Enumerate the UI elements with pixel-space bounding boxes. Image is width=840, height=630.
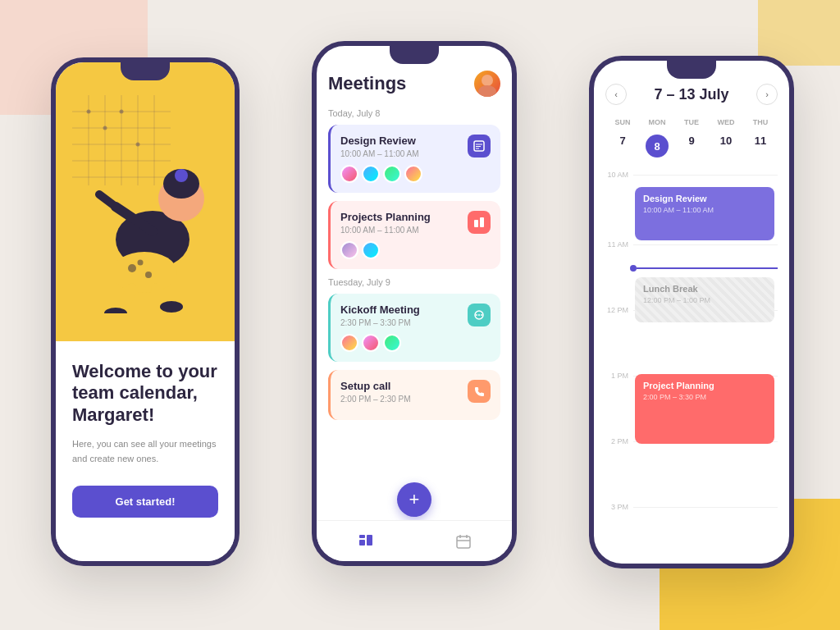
svg-rect-40 — [359, 540, 365, 546]
date-tomorrow: Tuesday, July 9 — [328, 277, 500, 287]
cal-event-project-planning[interactable]: Project Planning 2:00 PM – 3:30 PM — [635, 374, 774, 444]
date-10[interactable]: 10 — [709, 131, 743, 161]
prev-week-button[interactable]: ‹ — [605, 84, 627, 105]
day-tue: TUE — [674, 118, 709, 126]
phone-notch-2 — [390, 46, 439, 64]
kickoff-attendees — [340, 334, 491, 352]
attendee-2 — [362, 165, 380, 183]
welcome-description: Here, you can see all your meetings and … — [72, 437, 218, 466]
calendar-content: ‹ 7 – 13 July › SUN MON TUE WED THU 7 8 … — [594, 61, 789, 564]
meeting-card-kickoff[interactable]: Kickoff Meeting 2:30 PM – 3:30 PM — [328, 294, 500, 362]
welcome-title: Welcome to your team calendar, Margaret! — [72, 361, 218, 426]
svg-point-21 — [128, 264, 136, 272]
cal-event-project-time: 2:00 PM – 3:30 PM — [643, 393, 766, 401]
attendee-7 — [340, 334, 358, 352]
date-8-active: 8 — [646, 135, 669, 158]
svg-rect-43 — [457, 536, 470, 548]
attendee-9 — [383, 334, 401, 352]
meetings-title: Meetings — [328, 73, 406, 94]
time-3pm: 3 PM — [605, 503, 633, 511]
add-meeting-fab[interactable]: + — [397, 482, 431, 517]
bottom-navigation — [317, 520, 512, 561]
date-7[interactable]: 7 — [605, 131, 640, 161]
attendee-3 — [383, 165, 401, 183]
svg-rect-34 — [474, 220, 478, 227]
calendar-dates: 7 8 9 10 11 — [605, 131, 778, 161]
svg-point-37 — [476, 314, 477, 316]
nav-home-icon[interactable] — [356, 532, 376, 551]
card-icon-setup-call — [468, 380, 491, 403]
svg-point-39 — [481, 314, 482, 316]
phone-meetings: Meetings Today, July 8 — [312, 41, 517, 566]
cal-event-design-review[interactable]: Design Review 10:00 AM – 11:00 AM — [635, 187, 774, 240]
svg-rect-42 — [359, 535, 365, 538]
svg-point-20 — [112, 252, 177, 293]
phone-notch — [121, 62, 170, 80]
svg-line-19 — [99, 194, 116, 207]
svg-rect-41 — [367, 535, 372, 546]
svg-point-38 — [478, 314, 480, 316]
cal-event-design-review-title: Design Review — [643, 194, 766, 203]
day-thu: THU — [743, 118, 778, 126]
svg-point-17 — [175, 169, 188, 182]
svg-point-23 — [138, 260, 144, 266]
meeting-card-projects-planning[interactable]: Projects Planning 10:00 AM – 11:00 AM — [328, 201, 500, 269]
calendar-header: ‹ 7 – 13 July › — [605, 84, 778, 105]
cal-event-lunch-time: 12:00 PM – 1:00 PM — [643, 296, 766, 304]
day-wed: WED — [709, 118, 743, 126]
avatar-image — [474, 71, 500, 97]
date-9[interactable]: 9 — [674, 131, 709, 161]
day-sun: SUN — [605, 118, 640, 126]
welcome-illustration-area — [56, 62, 235, 341]
phone-welcome: Welcome to your team calendar, Margaret!… — [51, 57, 240, 566]
calendar-days-header: SUN MON TUE WED THU — [605, 118, 778, 126]
nav-calendar-icon[interactable] — [454, 532, 473, 551]
user-avatar[interactable] — [474, 71, 500, 97]
phone-calendar: ‹ 7 – 13 July › SUN MON TUE WED THU 7 8 … — [589, 56, 794, 568]
svg-point-27 — [160, 301, 183, 313]
meetings-header: Meetings — [328, 71, 500, 97]
next-week-button[interactable]: › — [756, 84, 778, 105]
card-icon-design-review — [468, 135, 491, 158]
time-1pm: 1 PM — [605, 372, 633, 380]
date-11[interactable]: 11 — [743, 131, 778, 161]
phone-notch-3 — [667, 61, 716, 79]
time-dot — [630, 265, 637, 272]
calendar-date-range: 7 – 13 July — [654, 86, 728, 103]
current-time-indicator — [630, 265, 778, 272]
attendee-1 — [340, 165, 358, 183]
svg-point-22 — [145, 272, 152, 278]
svg-point-28 — [482, 75, 493, 86]
svg-point-12 — [120, 110, 124, 114]
svg-point-29 — [478, 85, 496, 97]
svg-point-10 — [87, 110, 91, 114]
card-icon-kickoff — [468, 304, 491, 326]
welcome-bottom: Welcome to your team calendar, Margaret!… — [56, 341, 235, 566]
cal-event-design-review-time: 10:00 AM – 11:00 AM — [643, 206, 766, 214]
cal-event-project-title: Project Planning — [643, 381, 766, 390]
meeting-card-setup-call[interactable]: Setup call 2:00 PM – 2:30 PM — [328, 370, 500, 420]
time-10am: 10 AM — [605, 171, 633, 179]
card-icon-projects — [468, 211, 491, 234]
date-8[interactable]: 8 — [640, 131, 674, 161]
attendee-8 — [362, 334, 380, 352]
time-11am: 11 AM — [605, 240, 633, 249]
get-started-button[interactable]: Get started! — [72, 486, 218, 518]
attendee-4 — [404, 165, 422, 183]
projects-planning-attendees — [340, 241, 491, 259]
design-review-attendees — [340, 165, 491, 183]
person-illustration — [75, 125, 231, 317]
attendee-6 — [362, 241, 380, 259]
bg-decoration-yellow-top — [758, 0, 840, 66]
time-line — [637, 267, 778, 269]
attendee-5 — [340, 241, 358, 259]
day-mon: MON — [640, 118, 674, 126]
time-2pm: 2 PM — [605, 437, 633, 445]
cal-event-lunch-break[interactable]: Lunch Break 12:00 PM – 1:00 PM — [635, 277, 774, 322]
cal-event-lunch-title: Lunch Break — [643, 284, 766, 294]
time-12pm: 12 PM — [605, 306, 633, 314]
svg-rect-35 — [480, 217, 484, 227]
calendar-timeline: 10 AM 11 AM 12 PM 1 PM — [605, 171, 778, 548]
meeting-card-design-review[interactable]: Design Review 10:00 AM – 11:00 AM — [328, 125, 500, 193]
date-today: Today, July 8 — [328, 108, 500, 118]
